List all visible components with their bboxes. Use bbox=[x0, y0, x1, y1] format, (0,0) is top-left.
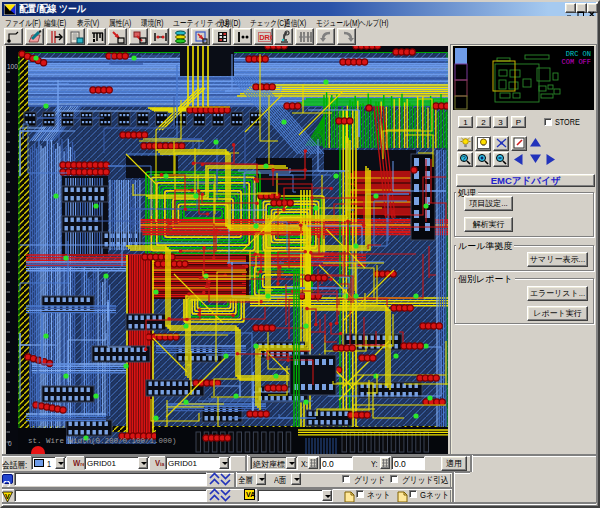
svg-text:?: ? bbox=[462, 155, 466, 162]
svg-text:COM OFF: COM OFF bbox=[562, 58, 591, 66]
svg-text:100: 100 bbox=[7, 63, 18, 70]
svg-text:V: V bbox=[5, 493, 10, 500]
svg-text:DRC: DRC bbox=[259, 33, 272, 42]
svg-text:DRC ON: DRC ON bbox=[566, 50, 591, 58]
svg-text:0: 0 bbox=[8, 440, 12, 447]
svg-text:st. Wire Width(0.200/0.100/1.0: st. Wire Width(0.200/0.100/1.000) bbox=[28, 437, 177, 445]
